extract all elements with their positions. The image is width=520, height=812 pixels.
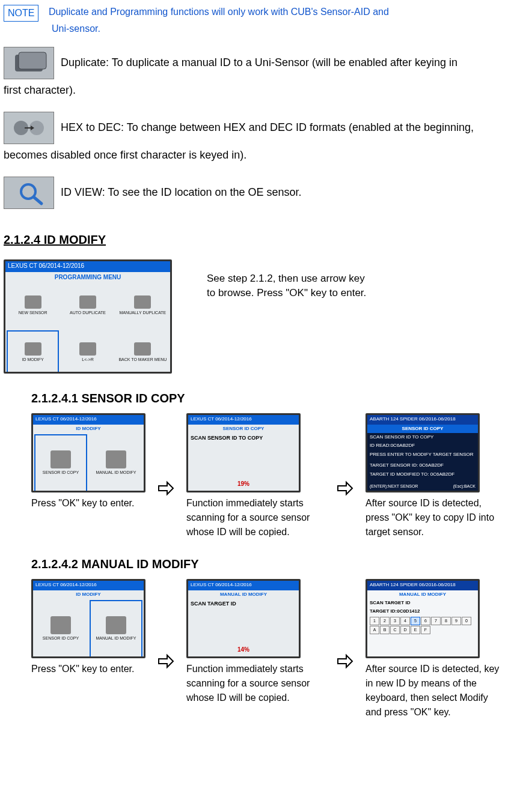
- note-label: NOTE: [4, 5, 38, 22]
- idview-icon: [4, 177, 54, 209]
- copy-result-l2: ID READ:0C6AB2DF: [367, 441, 478, 450]
- key-5[interactable]: 5: [411, 617, 420, 625]
- scan-message: SCAN TARGET ID: [188, 599, 299, 610]
- scan-message: SCAN SENSOR ID TO COPY: [188, 433, 299, 444]
- scan-progress: 19%: [237, 479, 249, 488]
- foot-esc: (Esc):BACK: [453, 483, 476, 490]
- func-duplicate: Duplicate: To duplicate a manual ID to a…: [4, 47, 516, 101]
- key-2[interactable]: 2: [380, 617, 390, 625]
- arrow-right-icon: [335, 652, 355, 671]
- func-idview: ID VIEW: To see the ID location on the O…: [4, 177, 516, 209]
- idmodify-row: LEXUS CT 06/2014-12/2016 PROGRAMMING MEN…: [4, 259, 516, 374]
- keypad: 1234567890 ABCDEF: [367, 616, 478, 635]
- screenshot-copy-result: ABARTH 124 SPIDER 06/2016-06/2018 SENSOR…: [366, 413, 480, 492]
- screenshot-programming-menu: LEXUS CT 06/2014-12/2016 PROGRAMMING MEN…: [4, 259, 172, 374]
- key-8[interactable]: 8: [441, 617, 451, 625]
- menu-new-sensor[interactable]: NEW SENSOR: [5, 282, 60, 329]
- menu-sensor-id-copy[interactable]: SENSOR ID COPY: [33, 433, 88, 492]
- svg-rect-6: [4, 177, 54, 208]
- menu-manually-duplicate[interactable]: MANUALLY DUPLICATE: [115, 282, 170, 329]
- sensor-id-copy-row: LEXUS CT 06/2014-12/2016 ID MODIFY SENSO…: [31, 413, 516, 539]
- svg-rect-2: [19, 52, 46, 69]
- key-7[interactable]: 7: [431, 617, 441, 625]
- screenshot-idmodify-menu-1: LEXUS CT 06/2014-12/2016 ID MODIFY SENSO…: [31, 413, 145, 492]
- key-3[interactable]: 3: [390, 617, 400, 625]
- arrow-right-icon: [335, 479, 355, 498]
- hexdec-icon: [4, 112, 54, 144]
- menu-back-to-maker[interactable]: BACK TO MAKER MENU: [115, 329, 170, 374]
- func-duplicate-text1: Duplicate: To duplicate a manual ID to a…: [61, 56, 457, 68]
- arrow-right-icon: [156, 652, 176, 671]
- mod-step2-caption: Function immediately starts scanning for…: [186, 662, 325, 705]
- func-hexdec-text2: becomes disabled once first character is…: [4, 149, 246, 161]
- heading-sensor-id-copy: 2.1.2.4.1 SENSOR ID COPY: [31, 389, 516, 407]
- key-D[interactable]: D: [400, 626, 410, 634]
- foot-enter: (ENTER):NEXT SENSOR: [370, 483, 418, 490]
- manual-id-modify-row: LEXUS CT 06/2014-12/2016 ID MODIFY SENSO…: [31, 579, 516, 720]
- key-C[interactable]: C: [390, 626, 400, 634]
- mod-step3-caption: After source ID is detected, key in new …: [366, 662, 504, 720]
- key-0[interactable]: 0: [462, 617, 471, 625]
- func-idview-text: ID VIEW: To see the ID location on the O…: [61, 186, 302, 198]
- heading-id-modify: 2.1.2.4 ID MODIFY: [4, 231, 516, 249]
- menu-manual-id-modify[interactable]: MANUAL ID MODIFY: [88, 599, 144, 658]
- func-hexdec: HEX to DEC: To change between HEX and DE…: [4, 112, 516, 166]
- key-A[interactable]: A: [370, 626, 379, 634]
- func-duplicate-text2: first character).: [4, 84, 76, 96]
- menu-lr-swap[interactable]: L<->R: [60, 329, 115, 374]
- screenshot-copy-scan: LEXUS CT 06/2014-12/2016 SENSOR ID COPY …: [186, 413, 301, 492]
- idmodify-step-text: See step 2.1.2, then use arrow key to br…: [207, 271, 369, 300]
- copy-result-l4: TARGET SENSOR ID: 0C6AB2DF: [367, 461, 478, 470]
- screenshot-mod-result: ABARTH 124 SPIDER 06/2016-06/2018 MANUAL…: [366, 579, 480, 658]
- arrow-right-icon: [156, 479, 176, 498]
- screen-title: LEXUS CT 06/2014-12/2016: [5, 261, 170, 272]
- copy-result-l3: PRESS ENTER TO MODIFY TARGET SENSOR: [367, 450, 478, 459]
- key-F[interactable]: F: [421, 626, 430, 634]
- screen-subtitle: PROGRAMMING MENU: [5, 272, 170, 282]
- copy-result-l5: TARGET ID MODIFIED TO: 0C6AB2DF: [367, 470, 478, 479]
- copy-step3-caption: After source ID is detected, press "OK" …: [366, 496, 504, 539]
- scan-progress: 14%: [237, 645, 249, 654]
- mod-result-l1: SCAN TARGET ID: [367, 599, 478, 607]
- key-E[interactable]: E: [411, 626, 420, 634]
- duplicate-icon: [4, 47, 54, 79]
- key-B[interactable]: B: [380, 626, 390, 634]
- menu-auto-duplicate[interactable]: AUTO DUPLICATE: [60, 282, 115, 329]
- key-4[interactable]: 4: [400, 617, 410, 625]
- heading-manual-id-modify: 2.1.2.4.2 MANUAL ID MODIFY: [31, 555, 516, 573]
- screenshot-idmodify-menu-2: LEXUS CT 06/2014-12/2016 ID MODIFY SENSO…: [31, 579, 145, 658]
- note-block: NOTE Duplicate and Programming functions…: [4, 5, 516, 36]
- screenshot-mod-scan: LEXUS CT 06/2014-12/2016 MANUAL ID MODIF…: [186, 579, 301, 658]
- mod-step1-caption: Press "OK" key to enter.: [31, 662, 145, 676]
- menu-id-modify[interactable]: ID MODIFY: [5, 329, 60, 374]
- key-6[interactable]: 6: [421, 617, 430, 625]
- note-line1: Duplicate and Programming functions will…: [49, 7, 389, 17]
- key-1[interactable]: 1: [370, 617, 379, 625]
- copy-step2-caption: Function immediately starts scanning for…: [186, 496, 325, 539]
- key-9[interactable]: 9: [451, 617, 461, 625]
- menu-sensor-id-copy[interactable]: SENSOR ID COPY: [33, 599, 88, 658]
- copy-step1-caption: Press "OK" key to enter.: [31, 496, 145, 511]
- copy-result-l1: SCAN SENSOR ID TO COPY: [367, 433, 478, 441]
- mod-result-l2: TARGET ID:0C0D1412: [367, 607, 478, 616]
- menu-manual-id-modify[interactable]: MANUAL ID MODIFY: [88, 433, 144, 492]
- func-hexdec-text1: HEX to DEC: To change between HEX and DE…: [61, 121, 474, 133]
- note-line2: Uni-sensor.: [4, 22, 516, 36]
